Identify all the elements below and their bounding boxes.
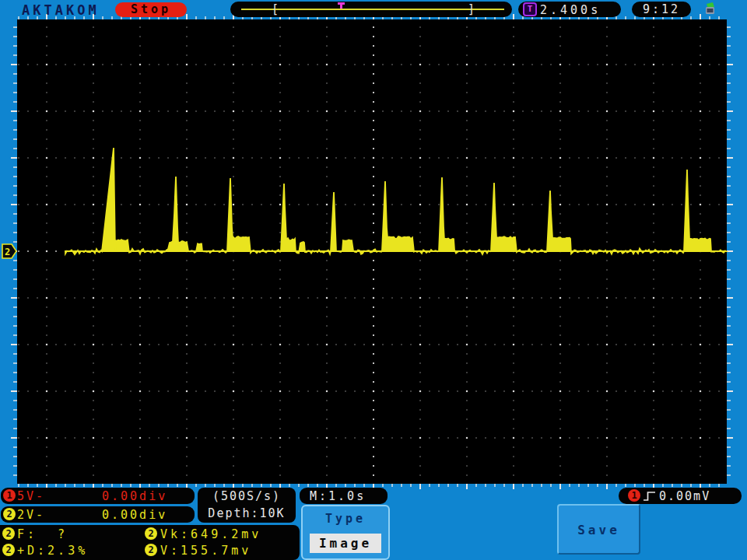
timebase-pill[interactable]: M:1.0s <box>300 488 388 504</box>
channel1-status-pill[interactable]: 1 5V- 0.00div <box>1 488 195 504</box>
channel2-status-pill[interactable]: 2 2V- 0.00div <box>1 506 195 523</box>
measurements-panel: 2 F: ? 2 Vk:649.2mv 2 +D:2.3% 2 V:155.7m… <box>0 525 300 560</box>
trigger-source-badge: 1 <box>628 489 640 502</box>
usb-device-icon <box>703 2 717 16</box>
measurement-channel-badge: 2 <box>145 544 157 556</box>
channel1-offset: 0.00div <box>102 489 167 503</box>
channel2-badge: 2 <box>3 508 16 520</box>
oscilloscope-screen: 2 AKTAKOM Stop [ ] T 2.400s 9:12 1 5V- 0… <box>0 0 747 560</box>
window-right-bracket: ] <box>468 2 475 16</box>
measurement-duty: +D:2.3% <box>17 544 88 558</box>
channel2-scale: 2V- <box>17 508 45 522</box>
menu-type-label: Type <box>303 512 388 526</box>
channel2-marker-label: 2 <box>5 247 10 257</box>
measurement-frequency: F: ? <box>17 527 68 541</box>
measurement-vk: Vk:649.2mv <box>160 527 261 541</box>
timebase-value: M:1.0s <box>310 489 366 503</box>
save-button-label: Save <box>559 523 639 537</box>
channel1-scale: 5V- <box>17 489 45 503</box>
rising-edge-icon <box>643 491 657 502</box>
trigger-position-marker-icon[interactable] <box>338 2 345 9</box>
trigger-position-line <box>241 9 504 10</box>
trigger-time-value: 2.400s <box>540 3 601 17</box>
measurement-channel-badge: 2 <box>145 527 157 540</box>
trigger-level-pill[interactable]: 1 0.00mV <box>619 488 742 504</box>
run-state-badge[interactable]: Stop <box>115 2 187 17</box>
save-button[interactable]: Save <box>557 504 640 555</box>
measurement-channel-badge: 2 <box>2 544 15 556</box>
sample-rate: (500S/s) <box>198 488 296 505</box>
memory-depth: Depth:10K <box>198 505 296 522</box>
menu-type-panel[interactable]: Type Image <box>301 505 390 560</box>
trigger-position-bar[interactable]: [ ] <box>230 2 512 17</box>
trigger-time-pill: T 2.400s <box>518 2 621 17</box>
measurement-channel-badge: 2 <box>2 527 15 540</box>
channel2-offset: 0.00div <box>102 508 167 522</box>
acquisition-info-box: (500S/s) Depth:10K <box>198 488 296 523</box>
brand-logo: AKTAKOM <box>22 2 100 18</box>
waveform-display: 2 <box>0 0 747 560</box>
trigger-level-value: 0.00mV <box>659 489 710 503</box>
menu-type-value-selected[interactable]: Image <box>310 534 381 553</box>
clock: 9:12 <box>632 2 691 17</box>
window-left-bracket: [ <box>272 2 279 16</box>
trigger-t-icon: T <box>523 2 537 16</box>
measurement-voltage: V:155.7mv <box>160 544 251 558</box>
channel1-badge: 1 <box>3 489 16 502</box>
